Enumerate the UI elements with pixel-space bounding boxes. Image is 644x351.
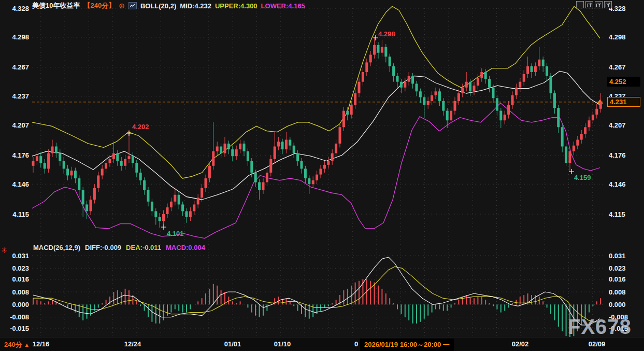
diff-line (33, 257, 600, 325)
price-pane-header: 美债10年收益率 【240分】 ⊕ BOLL(20,2) MID:4.232 U… (32, 1, 305, 10)
date-tick-label: 12/24 (124, 340, 141, 348)
price-tick-label: 4.176 (609, 151, 626, 159)
extreme-price-label: 4.298 (378, 30, 395, 38)
indicator-settings-icon[interactable] (2, 246, 7, 255)
price-tick-label: 4.298 (609, 33, 626, 41)
chart-canvas[interactable]: 4.2984.2024.1014.159 (0, 0, 644, 351)
fx678-watermark: FX678 (568, 315, 632, 339)
pan-icon[interactable] (576, 1, 584, 8)
price-tick-label: 4.237 (0, 92, 29, 100)
price-tick-label: 4.298 (0, 33, 29, 41)
macd-histogram-layer (33, 279, 600, 340)
price-tick-label: 4.328 (0, 5, 29, 12)
candles-layer (32, 37, 602, 228)
macd-tick-label: -0.008 (0, 313, 29, 321)
price-tick-label: 4.146 (0, 180, 29, 188)
macd-label: MACD(26,12,9) (33, 244, 80, 251)
boll-mid-line (32, 71, 600, 200)
price-tick-label: 4.115 (0, 210, 29, 218)
macd-tick-label: -0.015 (0, 325, 29, 332)
macd-tick-label: 0.016 (0, 275, 29, 283)
indicator-icon[interactable] (128, 2, 137, 9)
date-tick-label: 12/16 (33, 340, 50, 348)
price-tick-label: 4.176 (0, 151, 29, 159)
macd-pane-header: MACD(26,12,9) DIFF:-0.009 DEA:-0.011 MAC… (33, 244, 205, 251)
price-tick-label: 4.267 (609, 63, 626, 71)
price-tick-label: 4.267 (0, 63, 29, 71)
crosshair-time-tooltip: 2026/01/19 16:00～20:00 一 (360, 339, 454, 351)
macd-dea-value: DEA:-0.011 (126, 244, 161, 251)
macd-diff-value: DIFF:-0.009 (85, 244, 121, 251)
symbol-title: 美债10年收益率 (32, 1, 80, 10)
date-tick-label: 01/01 (224, 340, 241, 348)
macd-tick-label: 0.023 (609, 264, 626, 272)
zoom-out-icon[interactable] (585, 1, 593, 8)
interval-selector[interactable]: 240分 ▲ (4, 340, 30, 349)
macd-tick-label: 0.008 (609, 288, 626, 296)
macd-tick-label: 0.000 (609, 301, 626, 308)
restore-zoom-icon[interactable] (604, 1, 612, 8)
price-annotations: 4.2984.2024.1014.159 (126, 30, 591, 237)
price-tick-label: 4.115 (609, 210, 625, 218)
last-price-line (32, 100, 603, 104)
upper-price-value: 4.252 (609, 78, 626, 86)
chevron-up-icon: ▲ (24, 342, 30, 348)
chart-toolbar (576, 1, 612, 8)
macd-tick-label: 0.016 (609, 275, 626, 283)
date-tick-label: 01/10 (274, 340, 291, 348)
interval-selector-label: 240分 (4, 341, 22, 348)
time-axis-bar: 240分 ▲ 12/1612/2401/0101/1002/0202/09 0 … (0, 337, 644, 351)
price-tick-label: 4.146 (609, 180, 626, 188)
extreme-price-label: 4.202 (132, 123, 149, 131)
boll-lower-line (32, 103, 600, 238)
macd-hist-value: MACD:0.004 (166, 244, 205, 251)
macd-tick-label: 0.031 (609, 252, 626, 260)
macd-tick-label: 0.008 (0, 288, 29, 296)
zoom-in-icon[interactable] (595, 1, 603, 8)
boll-label: BOLL(20,2) (140, 2, 176, 10)
extreme-price-label: 4.101 (167, 230, 184, 237)
boll-upper-value: UPPER:4.300 (215, 2, 257, 10)
last-price-value: 4.231 (610, 98, 627, 106)
interval-label: 【240分】 (83, 1, 115, 10)
price-tick-label: 4.207 (609, 121, 626, 129)
extreme-price-label: 4.159 (574, 174, 591, 181)
add-indicator-icon[interactable]: ⊕ (119, 2, 125, 10)
boll-mid-value: MID:4.232 (180, 2, 211, 10)
date-tick-label: 02/02 (512, 340, 529, 348)
boll-lower-value: LOWER:4.165 (261, 2, 305, 10)
date-tick-label: 02/09 (589, 340, 606, 348)
price-tick-label: 4.207 (0, 121, 29, 129)
chart-application: 4.2984.2024.1014.159 美债10年收益率 【240分】 ⊕ B… (0, 0, 644, 351)
macd-tick-label: 0.023 (0, 264, 29, 272)
last-price-badge: 4.231 (607, 97, 640, 107)
grid-layer (32, 8, 603, 336)
upper-price-badge: 4.252 (607, 77, 640, 87)
macd-tick-label: 0.000 (0, 301, 29, 308)
clipped-date-label: 0 (354, 340, 358, 348)
